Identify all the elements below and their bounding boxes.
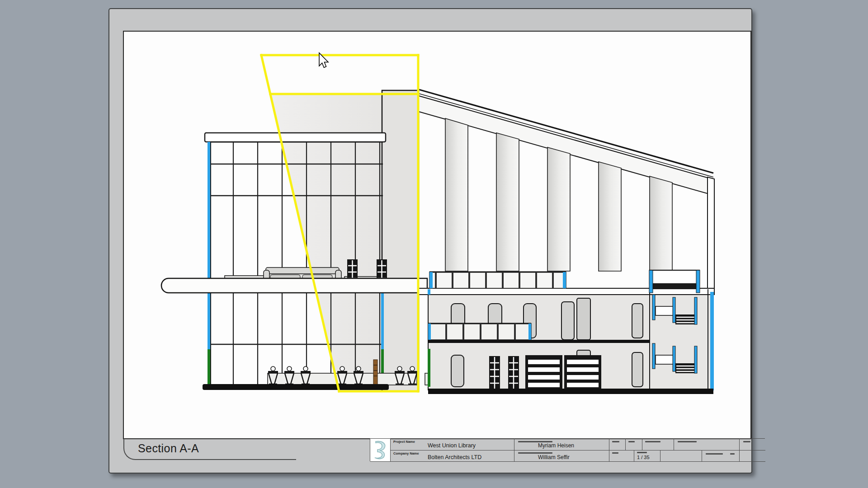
title-block-row-2: Company Name Bolten Architects LTD Willi… bbox=[391, 450, 765, 461]
project-name-value: West Union Library bbox=[428, 442, 476, 449]
title-block-row-1: Project Name West Union Library Myriam H… bbox=[391, 439, 765, 450]
project-name-label: Project Name bbox=[393, 440, 415, 444]
checker-name: William Seffir bbox=[538, 454, 570, 460]
designer-name: Myriam Heisen bbox=[538, 442, 574, 449]
sheet-number: 1 / 35 bbox=[637, 455, 650, 460]
title-block: Project Name West Union Library Myriam H… bbox=[370, 438, 765, 461]
field-dash bbox=[612, 452, 618, 454]
view-title-label: Section A-A bbox=[124, 439, 296, 455]
field-dash bbox=[706, 453, 723, 455]
view-title-tab[interactable]: Section A-A bbox=[123, 439, 296, 460]
field-dash bbox=[645, 441, 660, 442]
company-logo-cell bbox=[370, 439, 391, 461]
field-dash bbox=[678, 441, 697, 442]
field-dash bbox=[637, 452, 647, 453]
signature-line bbox=[518, 452, 552, 454]
field-dash bbox=[628, 441, 635, 442]
company-name-label: Company Name bbox=[393, 451, 419, 455]
bolten-architects-logo-icon bbox=[373, 440, 388, 460]
paper[interactable] bbox=[123, 31, 751, 439]
field-dash bbox=[730, 453, 735, 455]
field-dash bbox=[612, 441, 619, 442]
app-canvas: Section A-A Project Name West Union Libr… bbox=[0, 0, 868, 488]
company-name-value: Bolten Architects LTD bbox=[428, 454, 481, 460]
title-block-bottom-rule bbox=[370, 461, 765, 462]
field-dash bbox=[743, 441, 750, 442]
